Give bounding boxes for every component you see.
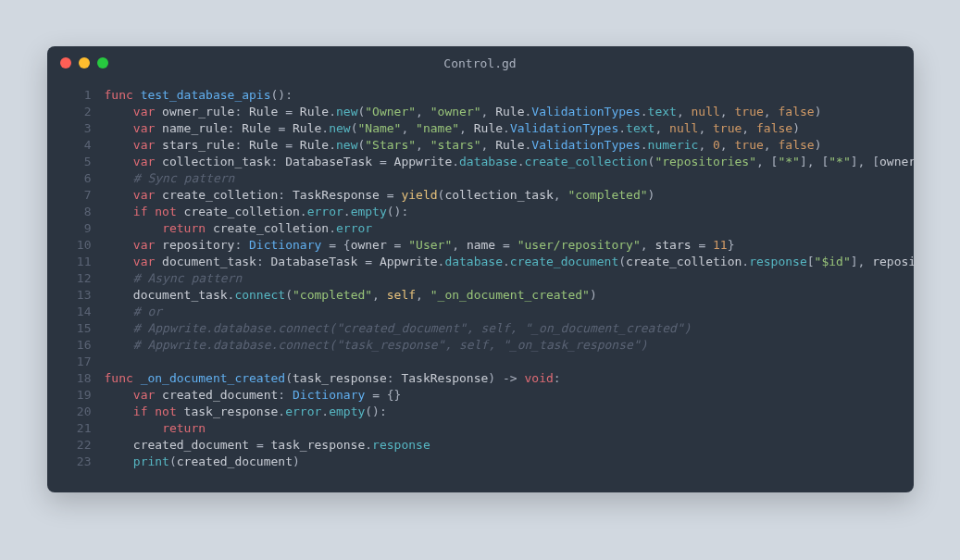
line-number: 6 bbox=[66, 170, 92, 187]
code-content: func test_database_apis(): bbox=[105, 87, 293, 104]
code-content: var stars_rule: Rule = Rule.new("Stars",… bbox=[105, 137, 822, 154]
code-content: # or bbox=[105, 304, 163, 320]
code-line: 3 var name_rule: Rule = Rule.new("Name",… bbox=[66, 120, 895, 137]
code-content: if not create_colletion.error.empty(): bbox=[105, 204, 409, 220]
line-number: 12 bbox=[66, 270, 92, 287]
code-content: var repository: Dictionary = {owner = "U… bbox=[105, 237, 735, 254]
minimize-icon[interactable] bbox=[79, 57, 90, 68]
line-number: 16 bbox=[66, 337, 92, 354]
code-line: 20 if not task_response.error.empty(): bbox=[66, 404, 895, 420]
code-line: 2 var owner_rule: Rule = Rule.new("Owner… bbox=[66, 104, 895, 120]
code-content: var document_task: DatabaseTask = Appwri… bbox=[105, 254, 914, 270]
code-line: 17 bbox=[66, 354, 895, 370]
code-content: if not task_response.error.empty(): bbox=[105, 404, 387, 420]
code-content: return create_colletion.error bbox=[105, 220, 373, 237]
code-line: 4 var stars_rule: Rule = Rule.new("Stars… bbox=[66, 137, 895, 154]
code-line: 1func test_database_apis(): bbox=[66, 87, 895, 104]
line-number: 4 bbox=[66, 137, 92, 154]
line-number: 18 bbox=[66, 370, 92, 387]
line-number: 8 bbox=[66, 204, 92, 220]
code-content: var collection_task: DatabaseTask = Appw… bbox=[105, 154, 914, 170]
code-line: 15 # Appwrite.database.connect("created_… bbox=[66, 320, 895, 337]
line-number: 9 bbox=[66, 220, 92, 237]
line-number: 10 bbox=[66, 237, 92, 254]
traffic-lights bbox=[60, 57, 108, 68]
code-content: # Appwrite.database.connect("created_doc… bbox=[105, 320, 692, 337]
code-line: 18func _on_document_created(task_respons… bbox=[66, 370, 895, 387]
code-content: # Async pattern bbox=[105, 270, 243, 287]
code-line: 8 if not create_colletion.error.empty(): bbox=[66, 204, 895, 220]
code-line: 7 var create_colletion: TaskResponse = y… bbox=[66, 187, 895, 204]
code-content: document_task.connect("completed", self,… bbox=[105, 287, 597, 304]
maximize-icon[interactable] bbox=[97, 57, 108, 68]
code-line: 22 created_document = task_response.resp… bbox=[66, 437, 895, 454]
code-window: Control.gd 1func test_database_apis():2 … bbox=[47, 46, 914, 492]
code-content: # Appwrite.database.connect("task_respon… bbox=[105, 337, 648, 354]
line-number: 22 bbox=[66, 437, 92, 454]
close-icon[interactable] bbox=[60, 57, 71, 68]
line-number: 14 bbox=[66, 304, 92, 320]
code-content: var create_colletion: TaskResponse = yie… bbox=[105, 187, 655, 204]
code-line: 19 var created_document: Dictionary = {} bbox=[66, 387, 895, 404]
line-number: 20 bbox=[66, 404, 92, 420]
code-line: 14 # or bbox=[66, 304, 895, 320]
code-line: 5 var collection_task: DatabaseTask = Ap… bbox=[66, 154, 895, 170]
code-content: return bbox=[105, 420, 206, 437]
code-content: # Sync pattern bbox=[105, 170, 235, 187]
line-number: 15 bbox=[66, 320, 92, 337]
code-line: 21 return bbox=[66, 420, 895, 437]
code-line: 6 # Sync pattern bbox=[66, 170, 895, 187]
window-title: Control.gd bbox=[443, 56, 516, 70]
line-number: 23 bbox=[66, 454, 92, 470]
line-number: 11 bbox=[66, 254, 92, 270]
code-line: 10 var repository: Dictionary = {owner =… bbox=[66, 237, 895, 254]
code-line: 16 # Appwrite.database.connect("task_res… bbox=[66, 337, 895, 354]
line-number: 3 bbox=[66, 120, 92, 137]
code-line: 23 print(created_document) bbox=[66, 454, 895, 470]
code-content: var owner_rule: Rule = Rule.new("Owner",… bbox=[105, 104, 822, 120]
line-number: 17 bbox=[66, 354, 92, 370]
code-line: 9 return create_colletion.error bbox=[66, 220, 895, 237]
code-line: 11 var document_task: DatabaseTask = App… bbox=[66, 254, 895, 270]
code-content: var created_document: Dictionary = {} bbox=[105, 387, 402, 404]
code-line: 12 # Async pattern bbox=[66, 270, 895, 287]
code-content: func _on_document_created(task_response:… bbox=[105, 370, 561, 387]
titlebar: Control.gd bbox=[47, 46, 914, 80]
code-content: created_document = task_response.respons… bbox=[105, 437, 430, 454]
line-number: 2 bbox=[66, 104, 92, 120]
code-area[interactable]: 1func test_database_apis():2 var owner_r… bbox=[47, 80, 914, 492]
line-number: 1 bbox=[66, 87, 92, 104]
line-number: 21 bbox=[66, 420, 92, 437]
line-number: 19 bbox=[66, 387, 92, 404]
line-number: 7 bbox=[66, 187, 92, 204]
code-content: print(created_document) bbox=[105, 454, 300, 470]
line-number: 13 bbox=[66, 287, 92, 304]
line-number: 5 bbox=[66, 154, 92, 170]
code-line: 13 document_task.connect("completed", se… bbox=[66, 287, 895, 304]
code-content: var name_rule: Rule = Rule.new("Name", "… bbox=[105, 120, 800, 137]
